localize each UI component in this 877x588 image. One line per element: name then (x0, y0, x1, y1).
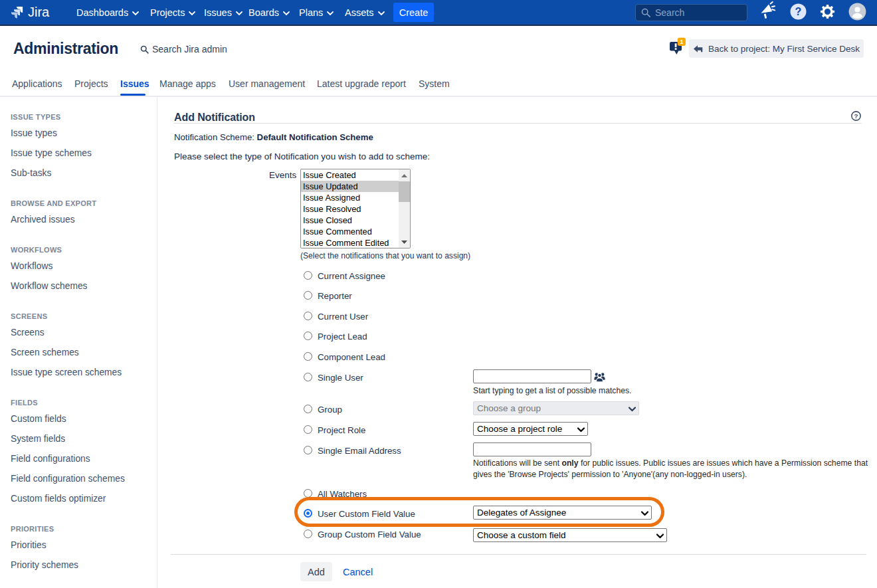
svg-text:?: ? (854, 112, 858, 120)
svg-text:?: ? (795, 6, 802, 17)
svg-text:1: 1 (680, 38, 684, 45)
